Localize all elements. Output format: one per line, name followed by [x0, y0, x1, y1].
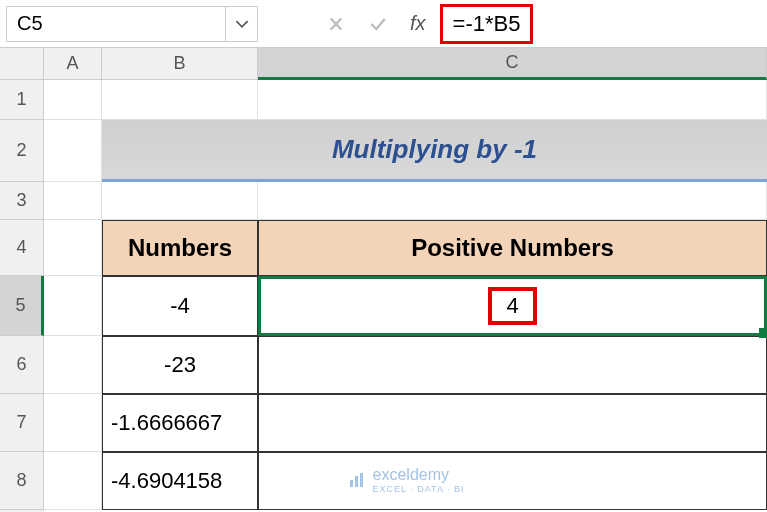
row-header-2[interactable]: 2	[0, 120, 44, 182]
fx-label[interactable]: fx	[410, 12, 426, 35]
cell-a4[interactable]	[44, 220, 102, 276]
cells-area: Multiplying by -1 Numbers Positive Numbe…	[44, 80, 767, 512]
spreadsheet-grid: A B C 1 2 3 4 5 6 7 8	[0, 48, 767, 512]
header-positive[interactable]: Positive Numbers	[258, 220, 767, 276]
row-header-7[interactable]: 7	[0, 394, 44, 452]
cell-b8[interactable]: -4.6904158	[102, 452, 258, 510]
cell-b7[interactable]: -1.6666667	[102, 394, 258, 452]
cell-a3[interactable]	[44, 182, 102, 220]
cell-c6[interactable]	[258, 336, 767, 394]
cell-a8[interactable]	[44, 452, 102, 510]
cell-c8[interactable]	[258, 452, 767, 510]
row-header-8[interactable]: 8	[0, 452, 44, 510]
title-cell[interactable]: Multiplying by -1	[102, 120, 767, 182]
cell-a5[interactable]	[44, 276, 102, 336]
cell-b6[interactable]: -23	[102, 336, 258, 394]
row-header-1[interactable]: 1	[0, 80, 44, 120]
confirm-button[interactable]	[360, 6, 396, 42]
row-header-3[interactable]: 3	[0, 182, 44, 220]
select-all-corner[interactable]	[0, 48, 44, 80]
check-icon	[368, 14, 388, 34]
row-header-5[interactable]: 5	[0, 276, 44, 336]
cell-a6[interactable]	[44, 336, 102, 394]
cell-a2[interactable]	[44, 120, 102, 182]
cell-c1[interactable]	[258, 80, 767, 120]
row-header-4[interactable]: 4	[0, 220, 44, 276]
result-highlight: 4	[488, 287, 536, 325]
formula-bar: C5 fx =-1*B5	[0, 0, 767, 48]
cell-b3[interactable]	[102, 182, 258, 220]
header-numbers[interactable]: Numbers	[102, 220, 258, 276]
cell-a1[interactable]	[44, 80, 102, 120]
cancel-button[interactable]	[318, 6, 354, 42]
x-icon	[327, 15, 345, 33]
chevron-down-icon	[235, 17, 249, 31]
col-header-c[interactable]: C	[258, 48, 767, 80]
col-header-b[interactable]: B	[102, 48, 258, 80]
cell-c7[interactable]	[258, 394, 767, 452]
name-box-dropdown[interactable]	[226, 6, 258, 42]
cell-c3[interactable]	[258, 182, 767, 220]
col-header-a[interactable]: A	[44, 48, 102, 80]
cell-b1[interactable]	[102, 80, 258, 120]
formula-input[interactable]: =-1*B5	[440, 4, 534, 44]
name-box[interactable]: C5	[6, 6, 226, 42]
cell-c5[interactable]: 4	[258, 276, 767, 336]
row-headers: 1 2 3 4 5 6 7 8	[0, 80, 44, 512]
cell-b5[interactable]: -4	[102, 276, 258, 336]
formula-controls: fx =-1*B5	[318, 4, 533, 44]
fill-handle[interactable]	[759, 328, 767, 338]
cell-a7[interactable]	[44, 394, 102, 452]
row-header-6[interactable]: 6	[0, 336, 44, 394]
